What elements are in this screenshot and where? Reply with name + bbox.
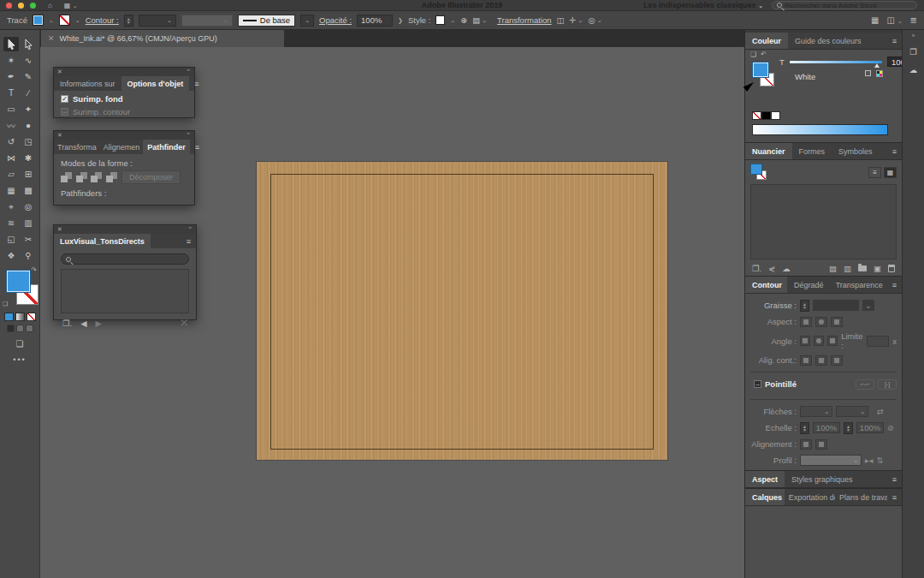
- tab-contour[interactable]: Contour: [745, 277, 787, 293]
- swatch-search-input[interactable]: [61, 253, 189, 265]
- swatch-options-icon[interactable]: ▥: [844, 264, 851, 273]
- panel-menu-icon[interactable]: ≡: [190, 140, 204, 154]
- artboard-tool[interactable]: ◱: [3, 232, 19, 247]
- white-swatch[interactable]: [771, 111, 780, 120]
- workspace-switcher[interactable]: Les indispensables classiques ⌄: [643, 1, 763, 9]
- none-mode-button[interactable]: [27, 313, 36, 321]
- swatch-library-icon[interactable]: ❐.: [62, 319, 72, 328]
- stroke-style-select[interactable]: De base: [238, 15, 295, 27]
- chevron-down-icon[interactable]: ⌄: [75, 17, 80, 24]
- graphic-style-swatch[interactable]: [435, 15, 445, 25]
- tab-informations[interactable]: Informations sur: [54, 76, 121, 91]
- zoom-tool[interactable]: ⚲: [21, 248, 36, 263]
- expand-dock-icon[interactable]: »: [912, 33, 915, 39]
- tint-slider[interactable]: [790, 61, 882, 63]
- tab-guide-couleurs[interactable]: Guide des couleurs: [788, 33, 868, 49]
- column-graph-tool[interactable]: ▥: [21, 216, 36, 230]
- libraries-icon[interactable]: ❐: [909, 47, 917, 57]
- tab-nuancier[interactable]: Nuancier: [745, 143, 792, 159]
- overprint-stroke-checkbox[interactable]: –: [61, 108, 68, 116]
- pathfinder-shape-icon[interactable]: [106, 172, 116, 183]
- new-group-icon[interactable]: [858, 265, 867, 271]
- symbol-sprayer-tool[interactable]: ≋: [3, 216, 19, 230]
- panel-menu-icon[interactable]: ≡: [189, 76, 204, 91]
- close-tab-icon[interactable]: ✕: [48, 34, 55, 43]
- dock-columns-icon[interactable]: ◫ ⌄: [887, 15, 903, 25]
- line-segment-tool[interactable]: ∕: [21, 86, 36, 100]
- arrow-align-end-button[interactable]: [815, 439, 827, 450]
- overprint-fill-checkbox[interactable]: ✓: [61, 95, 68, 103]
- cap-projecting-button[interactable]: [831, 317, 843, 327]
- panel-menu-icon[interactable]: ≡: [887, 33, 902, 49]
- tab-degrade[interactable]: Dégradé: [787, 277, 829, 293]
- flip-along-icon[interactable]: ⇅: [877, 456, 884, 465]
- tab-transparence[interactable]: Transparence: [829, 277, 887, 293]
- curvature-tool[interactable]: ✎: [21, 69, 36, 84]
- brush-definition-select[interactable]: ⌄: [181, 15, 233, 27]
- pathfinder-shape-icon[interactable]: [61, 172, 70, 183]
- rotate-tool[interactable]: ↺: [3, 134, 19, 149]
- resize-icon[interactable]: ⤫: [181, 318, 187, 328]
- new-swatch-icon[interactable]: ▣: [874, 264, 881, 273]
- select-similar-icon[interactable]: ✛ ⌄: [570, 15, 583, 25]
- rectangle-tool[interactable]: ▭: [3, 102, 19, 116]
- tab-styles-graphiques[interactable]: Styles graphiques: [785, 471, 860, 487]
- chevron-right-icon[interactable]: ❯: [398, 17, 403, 24]
- blend-tool[interactable]: ◎: [21, 200, 36, 214]
- swap-colors-icon[interactable]: ❏: [750, 51, 756, 58]
- cap-butt-button[interactable]: [800, 317, 812, 327]
- black-swatch[interactable]: [761, 111, 771, 120]
- none-swatch[interactable]: [752, 111, 761, 120]
- stroke-weight-select[interactable]: ⌄: [139, 15, 176, 27]
- tab-options-objet[interactable]: Options d'objet: [121, 76, 190, 91]
- home-icon[interactable]: ⌂: [48, 2, 52, 9]
- scale-start-input[interactable]: 100%: [813, 422, 840, 433]
- reset-color-icon[interactable]: ↶: [761, 51, 767, 58]
- opacity-link[interactable]: Opacité :: [319, 15, 352, 25]
- dash-align-icon[interactable]: [‑]: [878, 379, 897, 390]
- chevron-down-icon[interactable]: ⌄: [450, 17, 455, 24]
- magic-wand-tool[interactable]: ✶: [3, 53, 19, 68]
- color-mode-button[interactable]: [4, 313, 14, 321]
- document-setup-icon[interactable]: ⊕: [460, 15, 467, 25]
- fill-proxy-swatch[interactable]: [750, 164, 762, 175]
- tab-calques[interactable]: Calques: [745, 489, 785, 505]
- swap-fill-stroke-icon[interactable]: ↷: [31, 266, 37, 274]
- panel-menu-icon[interactable]: ≡: [887, 471, 902, 487]
- color-spectrum-ramp[interactable]: [752, 124, 888, 135]
- align-outside-button[interactable]: [831, 355, 843, 366]
- scale-end-input[interactable]: 100%: [856, 422, 884, 433]
- arrow-end-select[interactable]: ⌄: [836, 406, 868, 417]
- scale-end-stepper[interactable]: ▲▼: [844, 422, 853, 434]
- decompose-button[interactable]: Décomposer: [121, 170, 181, 184]
- fill-color-swatch[interactable]: [33, 15, 44, 26]
- type-tool[interactable]: T: [3, 86, 19, 100]
- draw-inside-button[interactable]: [26, 325, 33, 332]
- direct-selection-tool[interactable]: [21, 37, 36, 51]
- panel-menu-icon[interactable]: ≡: [887, 489, 902, 505]
- list-view-icon[interactable]: ≡: [868, 167, 881, 178]
- out-of-gamut-icon[interactable]: [865, 70, 871, 76]
- free-transform-tool[interactable]: ⊞: [21, 167, 36, 182]
- close-panel-icon[interactable]: ✕: [57, 132, 62, 139]
- lasso-tool[interactable]: ∿: [21, 53, 36, 68]
- swap-arrows-icon[interactable]: ⇄: [877, 407, 884, 416]
- profile-select[interactable]: ⌄: [800, 455, 862, 466]
- tab-luxvisual[interactable]: LuxVisual_TonsDirects: [54, 234, 151, 248]
- collapse-panel-icon[interactable]: ⌃: [186, 69, 191, 75]
- trash-icon[interactable]: [888, 265, 895, 272]
- pen-tool[interactable]: ✒: [3, 69, 19, 84]
- align-inside-button[interactable]: [815, 355, 827, 366]
- theme-icon[interactable]: ⋞: [768, 264, 775, 273]
- document-tab[interactable]: ✕ White_Ink.ai* @ 66,67% (CMJN/Aperçu GP…: [41, 30, 284, 47]
- tab-symboles[interactable]: Symboles: [832, 143, 880, 159]
- arrow-start-select[interactable]: ⌄: [800, 406, 832, 417]
- creative-cloud-icon[interactable]: ☁: [909, 65, 918, 74]
- bounding-box-icon[interactable]: ◫: [557, 15, 565, 25]
- width-tool[interactable]: ⋈: [3, 151, 19, 165]
- previous-icon[interactable]: ◀: [80, 319, 86, 328]
- tab-formes[interactable]: Formes: [792, 143, 832, 159]
- gradient-tool[interactable]: ▩: [21, 183, 36, 198]
- tab-aspect[interactable]: Aspect: [745, 471, 785, 487]
- isolate-icon[interactable]: ◎ ⌄: [588, 15, 601, 25]
